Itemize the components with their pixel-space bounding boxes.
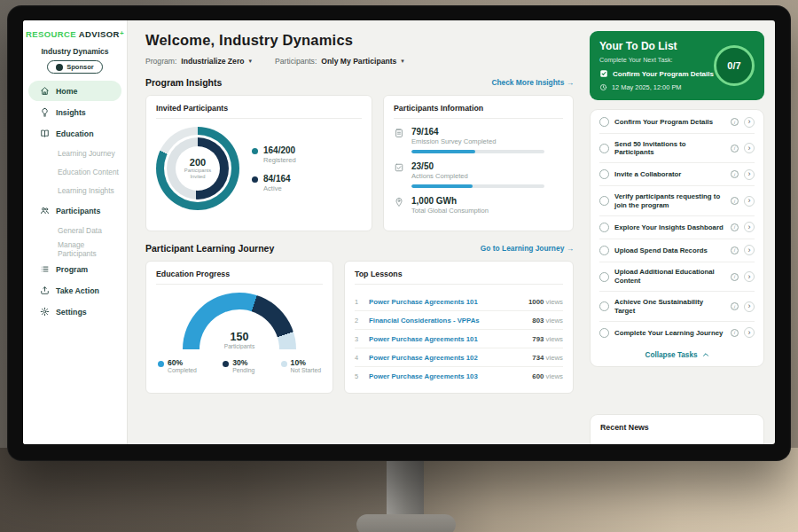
recent-news-title: Recent News bbox=[600, 423, 754, 432]
sidebar-item-program[interactable]: Program bbox=[28, 259, 121, 279]
task-checkbox[interactable] bbox=[599, 328, 609, 338]
todo-summary-card: Your To Do List Complete Your Next Task:… bbox=[590, 31, 764, 100]
sponsor-badge[interactable]: Sponsor bbox=[47, 60, 102, 74]
monitor-bezel: RESOURCE ADVISOR+ Industry Dynamics Spon… bbox=[7, 5, 791, 461]
metric-label: Emission Survey Completed bbox=[411, 137, 544, 145]
lesson-link[interactable]: Financial Considerations - VPPAs bbox=[369, 317, 525, 325]
legend-dot bbox=[223, 361, 229, 367]
task-label: Upload Spend Data Records bbox=[614, 246, 725, 255]
program-insights-section-header: Program Insights Check More Insights → bbox=[145, 77, 574, 88]
task-row-send-invitations[interactable]: Send 50 Invitations to Participants i › bbox=[599, 134, 755, 163]
info-icon[interactable]: i bbox=[731, 302, 739, 310]
sidebar-item-label: Home bbox=[56, 87, 77, 96]
info-icon[interactable]: i bbox=[731, 223, 739, 231]
participants-select[interactable]: Participants: Only My Participants ▾ bbox=[275, 57, 404, 66]
program-label: Program: bbox=[145, 57, 176, 66]
task-checkbox[interactable] bbox=[599, 246, 609, 255]
arrow-right-icon: → bbox=[567, 78, 574, 87]
task-row-achieve-target[interactable]: Achieve One Sustainability Target i › bbox=[599, 292, 755, 321]
info-icon[interactable]: i bbox=[731, 273, 739, 281]
section-title: Participant Learning Journey bbox=[145, 243, 274, 254]
legend-dot bbox=[158, 361, 164, 367]
filters: Program: Industrialize Zero ▾ Participan… bbox=[145, 57, 574, 66]
task-row-complete-learning-journey[interactable]: Complete Your Learning Journey i › bbox=[599, 322, 755, 344]
go-to-learning-journey-link[interactable]: Go to Learning Journey → bbox=[481, 244, 574, 253]
chevron-right-icon[interactable]: › bbox=[744, 301, 755, 312]
todo-progress-badge: 0/7 bbox=[714, 45, 755, 86]
lesson-link[interactable]: Power Purchase Agreements 101 bbox=[369, 298, 521, 306]
task-checkbox[interactable] bbox=[599, 196, 609, 206]
location-pin-icon bbox=[394, 197, 404, 207]
sidebar-item-take-action[interactable]: Take Action bbox=[28, 280, 121, 301]
task-checkbox[interactable] bbox=[599, 223, 609, 232]
sidebar-item-education[interactable]: Education bbox=[28, 123, 121, 144]
top-lessons-card: Top Lessons 1 Power Purchase Agreements … bbox=[344, 261, 574, 394]
sidebar-item-learning-journey[interactable]: Learning Journey bbox=[28, 145, 121, 162]
sidebar-item-learning-insights[interactable]: Learning Insights bbox=[28, 182, 121, 200]
legend-item-registered: 164/200 Registered bbox=[252, 145, 296, 164]
task-checkbox[interactable] bbox=[599, 117, 609, 127]
invited-donut-chart: 200 Participants Invited bbox=[156, 127, 239, 210]
sidebar-item-manage-participants[interactable]: Manage Participants bbox=[28, 240, 121, 258]
chevron-up-icon bbox=[702, 351, 709, 358]
users-icon bbox=[40, 206, 50, 215]
sidebar-item-home[interactable]: Home bbox=[28, 81, 121, 101]
info-icon[interactable]: i bbox=[731, 197, 739, 205]
program-select[interactable]: Program: Industrialize Zero ▾ bbox=[145, 57, 252, 66]
lesson-link[interactable]: Power Purchase Agreements 101 bbox=[369, 335, 525, 343]
lesson-link[interactable]: Power Purchase Agreements 102 bbox=[369, 354, 525, 362]
chevron-right-icon[interactable]: › bbox=[744, 271, 755, 282]
info-icon[interactable]: i bbox=[731, 170, 739, 178]
lesson-views-value: 1000 bbox=[528, 298, 544, 306]
task-checkbox[interactable] bbox=[599, 272, 609, 282]
donut-center: 200 Participants Invited bbox=[176, 146, 220, 191]
check-more-insights-link[interactable]: Check More Insights → bbox=[491, 78, 574, 87]
legend-label: Pending bbox=[232, 367, 254, 373]
sidebar-item-settings[interactable]: Settings bbox=[28, 301, 121, 322]
sidebar-item-education-content[interactable]: Education Content bbox=[28, 163, 121, 181]
chevron-right-icon[interactable]: › bbox=[744, 117, 755, 128]
chevron-right-icon[interactable]: › bbox=[744, 196, 755, 207]
collapse-tasks-button[interactable]: Collapse Tasks bbox=[599, 344, 755, 365]
invited-participants-card: Invited Participants 200 Participants In… bbox=[145, 95, 372, 231]
chevron-right-icon[interactable]: › bbox=[744, 327, 755, 338]
info-icon[interactable]: i bbox=[731, 118, 739, 126]
lesson-row: 1 Power Purchase Agreements 101 1000 vie… bbox=[355, 293, 563, 311]
task-checkbox[interactable] bbox=[599, 169, 609, 179]
chevron-right-icon[interactable]: › bbox=[744, 245, 755, 255]
logo-plus: + bbox=[120, 29, 124, 37]
task-row-invite-collaborator[interactable]: Invite a Collaborator i › bbox=[599, 163, 755, 186]
sidebar-item-general-data[interactable]: General Data bbox=[28, 222, 121, 239]
metric-label: Actions Completed bbox=[411, 172, 544, 180]
lesson-views-suffix: views bbox=[546, 317, 564, 325]
recent-news-card: Recent News bbox=[590, 414, 764, 444]
link-label: Check More Insights bbox=[491, 78, 564, 87]
chevron-right-icon[interactable]: › bbox=[744, 222, 755, 232]
task-row-confirm-program[interactable]: Confirm Your Program Details i › bbox=[599, 111, 755, 134]
progress-bar bbox=[411, 184, 544, 188]
upload-icon bbox=[40, 286, 50, 295]
task-row-upload-educational-content[interactable]: Upload Additional Educational Content i … bbox=[599, 262, 755, 292]
consumption-row: 1,000 GWh Total Global Consumption bbox=[394, 196, 563, 215]
chevron-right-icon[interactable]: › bbox=[744, 143, 755, 153]
chevron-down-icon: ▾ bbox=[249, 58, 253, 65]
task-row-verify-participants[interactable]: Verify participants requesting to join t… bbox=[599, 186, 755, 215]
task-checkbox[interactable] bbox=[599, 301, 609, 311]
sidebar-item-insights[interactable]: Insights bbox=[28, 102, 121, 122]
lesson-link[interactable]: Power Purchase Agreements 103 bbox=[369, 372, 525, 380]
task-row-explore-insights[interactable]: Explore Your Insights Dashboard i › bbox=[599, 216, 755, 239]
task-checkbox[interactable] bbox=[599, 144, 609, 153]
sidebar-item-participants[interactable]: Participants bbox=[28, 200, 121, 221]
task-label: Invite a Collaborator bbox=[614, 170, 725, 179]
lesson-rank: 4 bbox=[355, 354, 362, 362]
info-icon[interactable]: i bbox=[731, 246, 739, 254]
chevron-right-icon[interactable]: › bbox=[744, 169, 755, 180]
sidebar-item-label: General Data bbox=[58, 226, 102, 235]
tasks-list-card: Confirm Your Program Details i › Send 50… bbox=[590, 109, 764, 367]
task-row-upload-spend-data[interactable]: Upload Spend Data Records i › bbox=[599, 239, 755, 262]
info-icon[interactable]: i bbox=[731, 145, 739, 153]
lesson-rank: 5 bbox=[355, 372, 362, 380]
collapse-label: Collapse Tasks bbox=[645, 351, 697, 359]
arrow-right-icon: → bbox=[567, 244, 574, 253]
info-icon[interactable]: i bbox=[731, 329, 739, 337]
